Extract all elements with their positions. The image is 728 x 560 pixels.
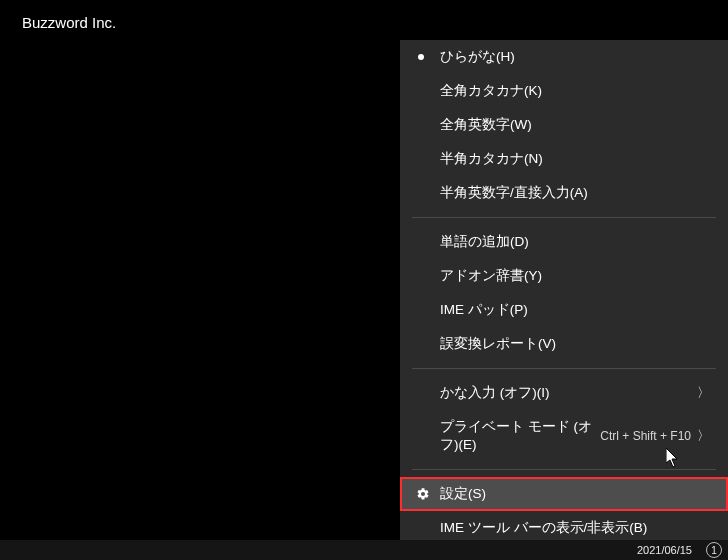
menu-item-addword[interactable]: 単語の追加(D) <box>400 225 728 259</box>
menu-item-addondict[interactable]: アドオン辞書(Y) <box>400 259 728 293</box>
menu-label: アドオン辞書(Y) <box>440 267 710 285</box>
taskbar[interactable]: 2021/06/15 1 <box>0 540 728 560</box>
menu-item-hiragana[interactable]: ひらがな(H) <box>400 40 728 74</box>
menu-label: 全角英数字(W) <box>440 116 710 134</box>
menu-item-privatemode[interactable]: プライベート モード (オフ)(E) Ctrl + Shift + F10 〉 <box>400 410 728 462</box>
menu-label: 半角カタカナ(N) <box>440 150 710 168</box>
menu-label: 設定(S) <box>440 485 710 503</box>
menu-label: IME ツール バーの表示/非表示(B) <box>440 519 710 537</box>
menu-label: 全角カタカナ(K) <box>440 82 710 100</box>
menu-label: 単語の追加(D) <box>440 233 710 251</box>
taskbar-date: 2021/06/15 <box>637 544 692 556</box>
menu-separator <box>412 368 716 369</box>
menu-label: かな入力 (オフ)(I) <box>440 384 691 402</box>
radio-selected-icon <box>418 54 424 60</box>
gear-icon <box>416 487 430 501</box>
menu-item-fullalnum[interactable]: 全角英数字(W) <box>400 108 728 142</box>
ime-context-menu: ひらがな(H) 全角カタカナ(K) 全角英数字(W) 半角カタカナ(N) 半角英… <box>400 40 728 560</box>
menu-label: IME パッド(P) <box>440 301 710 319</box>
menu-label: プライベート モード (オフ)(E) <box>440 418 592 454</box>
menu-item-settings[interactable]: 設定(S) <box>400 477 728 511</box>
desktop-icon-label: Buzzword Inc. <box>22 14 116 31</box>
chevron-right-icon: 〉 <box>697 427 710 445</box>
menu-item-halfkatakana[interactable]: 半角カタカナ(N) <box>400 142 728 176</box>
menu-item-imepad[interactable]: IME パッド(P) <box>400 293 728 327</box>
notification-badge-icon[interactable]: 1 <box>706 542 722 558</box>
menu-item-kanainput[interactable]: かな入力 (オフ)(I) 〉 <box>400 376 728 410</box>
menu-separator <box>412 469 716 470</box>
menu-item-misconv[interactable]: 誤変換レポート(V) <box>400 327 728 361</box>
menu-item-halfalnum[interactable]: 半角英数字/直接入力(A) <box>400 176 728 210</box>
menu-label: 半角英数字/直接入力(A) <box>440 184 710 202</box>
chevron-right-icon: 〉 <box>697 384 710 402</box>
menu-label: 誤変換レポート(V) <box>440 335 710 353</box>
menu-separator <box>412 217 716 218</box>
menu-shortcut: Ctrl + Shift + F10 <box>600 429 691 443</box>
menu-label: ひらがな(H) <box>440 48 710 66</box>
menu-item-fullkatakana[interactable]: 全角カタカナ(K) <box>400 74 728 108</box>
